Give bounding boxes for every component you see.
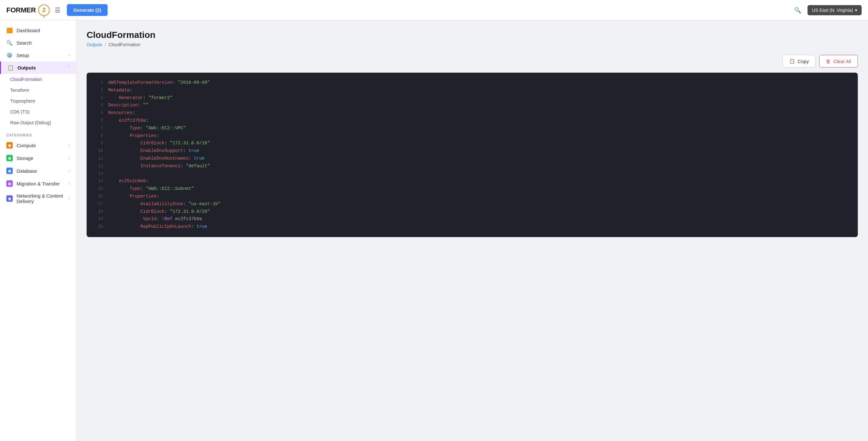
dashboard-icon: 🟧 (6, 27, 13, 33)
sidebar-sub-cloudformation[interactable]: CloudFormation (0, 74, 76, 85)
line-content: MapPublicIpOnLaunch: true (108, 223, 207, 231)
sidebar-item-database[interactable]: ▣ Database › (0, 165, 76, 177)
line-content: CidrBlock: "172.31.0.0/20" (108, 208, 210, 216)
logo: FORMER 2 (6, 4, 50, 16)
line-number: 18 (94, 208, 103, 216)
categories-section-label: CATEGORIES (0, 128, 76, 139)
clear-all-button[interactable]: 🗑 Clear All (819, 55, 858, 67)
sidebar-item-migration[interactable]: ▣ Migration & Transfer › (0, 177, 76, 190)
line-content: ec2fc37b9a: (108, 117, 148, 125)
line-content: AWSTemplateFormatVersion: "2010-09-09" (108, 79, 210, 87)
line-number: 8 (94, 132, 103, 140)
sidebar-item-setup[interactable]: ⚙️ Setup › (0, 49, 76, 61)
logo-badge: 2 (38, 4, 50, 16)
sidebar-sub-terraform[interactable]: Terraform (0, 85, 76, 96)
line-content: Properties: (108, 132, 159, 140)
sidebar-label-dashboard: Dashboard (17, 28, 40, 33)
code-line: 14 ec25c2c0e0: (94, 177, 850, 185)
line-content: EnableDnsHostnames: true (108, 155, 205, 163)
search-icon[interactable]: 🔍 (794, 7, 801, 14)
sidebar-item-storage[interactable]: ▣ Storage › (0, 152, 76, 165)
search-sidebar-icon: 🔍 (6, 40, 13, 46)
breadcrumb-outputs-link[interactable]: Outputs (87, 42, 102, 47)
sidebar-sub-cdk-ts[interactable]: CDK (TS) (0, 107, 76, 117)
code-line: 6 ec2fc37b9a: (94, 117, 850, 125)
line-content: Type: "AWS::EC2::Subnet" (108, 185, 194, 193)
sidebar-sub-troposphere[interactable]: Troposphere (0, 96, 76, 107)
breadcrumb-current: CloudFormation (108, 42, 141, 47)
sidebar-label-outputs: Outputs (18, 65, 36, 70)
sidebar-sub-raw-output[interactable]: Raw Output (Debug) (0, 117, 76, 128)
outputs-icon: 📋 (7, 65, 14, 71)
line-content: Description: "" (108, 101, 148, 109)
topnav: FORMER 2 ☰ Generate (2) 🔍 US East (N. Vi… (0, 0, 868, 20)
region-label: US East (N. Virginia) (812, 8, 853, 13)
line-content: Resources: (108, 109, 135, 117)
sidebar-sub-label-raw-output: Raw Output (Debug) (10, 120, 51, 125)
sidebar-sub-label-troposphere: Troposphere (10, 98, 35, 104)
line-content: CidrBlock: "172.31.0.0/16" (108, 140, 210, 147)
line-number: 6 (94, 117, 103, 125)
region-arrow-icon: ▾ (855, 8, 857, 13)
setup-chevron-icon: › (68, 53, 70, 58)
trash-icon: 🗑 (826, 59, 831, 64)
networking-icon: ▣ (6, 195, 13, 202)
line-content: Metadata: (108, 87, 132, 94)
sidebar-label-migration: Migration & Transfer (17, 181, 60, 186)
generate-button[interactable]: Generate (2) (67, 4, 107, 16)
outputs-chevron-icon: ˅ (68, 66, 70, 70)
sidebar-item-outputs[interactable]: 📋 Outputs ˅ (0, 61, 76, 74)
line-number: 11 (94, 155, 103, 163)
code-line: 13 (94, 170, 850, 178)
sidebar-label-compute: Compute (17, 143, 36, 148)
line-content: EnableDnsSupport: true (108, 147, 199, 155)
sidebar-item-networking[interactable]: ▣ Networking & Content Delivery › (0, 190, 76, 207)
storage-icon: ▣ (6, 155, 13, 161)
code-editor[interactable]: 1AWSTemplateFormatVersion: "2010-09-09"2… (87, 72, 858, 237)
sidebar-label-storage: Storage (17, 155, 33, 161)
sidebar-item-compute[interactable]: ▣ Compute › (0, 139, 76, 152)
sidebar-item-dashboard[interactable]: 🟧 Dashboard (0, 24, 76, 37)
code-line: 2Metadata: (94, 87, 850, 94)
compute-icon: ▣ (6, 142, 13, 148)
line-content: Generator: "former2" (108, 94, 173, 102)
line-number: 17 (94, 200, 103, 208)
copy-button[interactable]: 📋 Copy (782, 55, 815, 67)
line-number: 14 (94, 177, 103, 185)
line-content: Properties: (108, 193, 159, 200)
code-line: 1AWSTemplateFormatVersion: "2010-09-09" (94, 79, 850, 87)
line-number: 20 (94, 223, 103, 231)
code-line: 7 Type: "AWS::EC2::VPC" (94, 125, 850, 132)
setup-icon: ⚙️ (6, 52, 13, 58)
code-line: 10 EnableDnsSupport: true (94, 147, 850, 155)
line-number: 4 (94, 101, 103, 109)
code-line: 15 Type: "AWS::EC2::Subnet" (94, 185, 850, 193)
logo-text: FORMER (6, 6, 36, 14)
toolbar: 📋 Copy 🗑 Clear All (87, 55, 858, 67)
storage-chevron-icon: › (68, 156, 70, 160)
code-line: 5Resources: (94, 109, 850, 117)
database-icon: ▣ (6, 168, 13, 174)
line-number: 10 (94, 147, 103, 155)
line-number: 9 (94, 140, 103, 147)
sidebar-label-networking: Networking & Content Delivery (17, 193, 65, 204)
sidebar-item-search[interactable]: 🔍 Search (0, 37, 76, 49)
line-content: VpcId: !Ref ec2fc37b9a (108, 215, 202, 223)
region-dropdown[interactable]: US East (N. Virginia) ▾ (807, 5, 862, 15)
sidebar-label-search: Search (17, 40, 32, 46)
main-layout: 🟧 Dashboard 🔍 Search ⚙️ Setup › 📋 Output… (0, 20, 868, 441)
clear-label: Clear All (833, 59, 851, 64)
breadcrumb-separator: / (105, 42, 106, 47)
line-number: 7 (94, 125, 103, 132)
migration-chevron-icon: › (68, 181, 70, 186)
code-line: 11 EnableDnsHostnames: true (94, 155, 850, 163)
sidebar-label-setup: Setup (17, 53, 29, 58)
line-content: ec25c2c0e0: (108, 177, 148, 185)
compute-chevron-icon: › (68, 143, 70, 148)
code-line: 8 Properties: (94, 132, 850, 140)
hamburger-icon[interactable]: ☰ (55, 6, 61, 14)
line-number: 13 (94, 170, 103, 178)
line-number: 1 (94, 79, 103, 87)
line-number: 5 (94, 109, 103, 117)
code-line: 4Description: "" (94, 101, 850, 109)
